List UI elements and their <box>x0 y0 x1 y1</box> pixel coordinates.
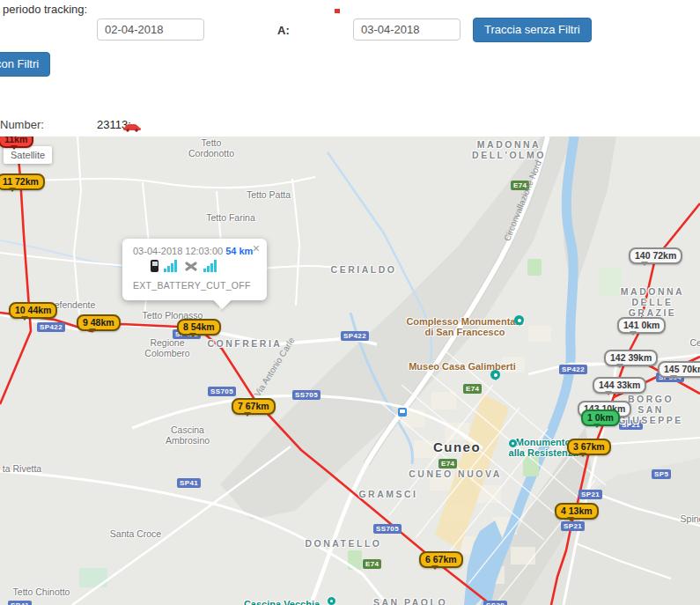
tracking-info-popup: 03-04-2018 12:03:0054 km × <box>122 239 267 300</box>
place-label: ta Rivetta <box>3 463 41 474</box>
tracking-page: periodo tracking: A: Traccia senza Filtr… <box>0 0 700 605</box>
place-label: Complesso Monumentale di San Francesco <box>406 316 523 337</box>
red-mark <box>335 9 340 13</box>
km-marker[interactable]: 141 0km <box>617 317 666 334</box>
place-label: CERIALDO <box>331 264 397 275</box>
place-label: efendente <box>55 299 96 310</box>
poi-icon <box>490 370 500 380</box>
km-marker[interactable]: 7 67km <box>232 398 276 415</box>
popup-distance: 54 km <box>225 246 253 256</box>
tracking-controls: periodo tracking: A: Traccia senza Filtr… <box>0 0 700 136</box>
road-shield: SP422 <box>37 322 65 332</box>
place-label: MADONNA DELLE GRAZIE <box>621 286 684 318</box>
place-label: MADONNA DELL'OLMO <box>472 139 546 160</box>
km-marker[interactable]: 144 33km <box>593 377 646 394</box>
km-marker[interactable]: 6 67km <box>419 551 463 568</box>
place-label: Tetto Farina <box>206 212 254 223</box>
popup-status-icons <box>151 260 218 272</box>
km-marker[interactable]: 9 48km <box>77 314 121 331</box>
poi-icon <box>327 596 336 605</box>
place-label: Spine <box>681 513 700 524</box>
road-shield: E74 <box>438 459 457 469</box>
road-shield: SP21 <box>578 490 602 499</box>
map-canvas[interactable]: SP422SP422SS705SS705SP422SP422SP21SP5SP2… <box>0 136 700 605</box>
date-to-label: A: <box>277 24 290 37</box>
date-from-input[interactable] <box>97 18 204 41</box>
place-label: Museo Casa Galimberti <box>409 361 516 372</box>
place-label: Cascina Ambrosino <box>166 424 210 446</box>
poi-icon <box>398 408 407 417</box>
place-label: Santa Croce <box>110 528 161 539</box>
place-label: Tetto Chinotto <box>13 587 70 597</box>
poi-icon <box>508 439 518 448</box>
km-marker[interactable]: 11km <box>0 136 33 148</box>
poi-icon <box>514 315 524 325</box>
map-artwork <box>0 136 700 605</box>
road-shield: SP422 <box>341 331 369 341</box>
place-label: Cascina Vecchia <box>244 599 320 605</box>
place-label: CUNEO NUOVA <box>409 469 501 479</box>
km-marker[interactable]: 142 39km <box>604 350 658 366</box>
km-marker[interactable]: 140 72km <box>629 247 682 264</box>
km-marker[interactable]: 11 72km <box>0 173 45 190</box>
km-marker[interactable]: 4 13km <box>555 503 599 520</box>
popup-datetime-row: 03-04-2018 12:03:0054 km <box>133 246 253 256</box>
place-label: GRAMSCI <box>358 489 417 499</box>
gsm-signal-icon <box>164 260 179 272</box>
road-shield: SP41 <box>177 478 201 488</box>
satellite-tools-icon <box>184 261 198 272</box>
trace-with-filters-button[interactable]: con Filtri <box>0 52 50 77</box>
km-marker[interactable]: 1 0km <box>581 409 620 426</box>
popup-event-text: EXT_BATTERY_CUT_OFF <box>133 280 251 291</box>
place-label: Cer <box>690 337 700 348</box>
gps-signal-icon <box>203 260 218 272</box>
km-marker[interactable]: 145 70km <box>658 361 700 378</box>
number-label: Number: <box>0 118 44 131</box>
place-label: SAN PAOLO <box>373 597 447 605</box>
place-label: Regione Colombero <box>144 337 189 358</box>
road-shield: SS705 <box>292 390 321 400</box>
road-shield: SS20 <box>483 601 507 605</box>
road-shield: SP422 <box>559 365 587 374</box>
battery-device-icon <box>151 260 158 272</box>
road-shield: SP5 <box>652 469 671 479</box>
date-to-input[interactable] <box>353 18 461 41</box>
place-label: CONFRERIA <box>208 338 283 349</box>
km-marker[interactable]: 8 54km <box>177 319 221 336</box>
car-icon <box>122 120 142 136</box>
place-label: DONATELLO <box>305 538 381 549</box>
popup-datetime: 03-04-2018 12:03:00 <box>133 246 223 256</box>
road-shield: E74 <box>363 559 381 569</box>
trace-without-filters-button[interactable]: Traccia senza Filtri <box>473 18 592 42</box>
road-shield: E74 <box>463 384 482 394</box>
road-shield: SP41 <box>8 601 32 605</box>
km-marker[interactable]: 10 44km <box>9 302 57 319</box>
place-label: Tetto Cordonotto <box>188 137 234 159</box>
place-label: Cuneo <box>433 442 481 453</box>
road-shield: SS705 <box>208 387 236 396</box>
close-icon[interactable]: × <box>253 242 260 255</box>
km-marker[interactable]: 3 67km <box>567 439 611 455</box>
place-label: Tetto Patta <box>247 189 291 200</box>
road-shield: SS705 <box>373 524 402 534</box>
period-tracking-label: periodo tracking: <box>3 3 87 16</box>
